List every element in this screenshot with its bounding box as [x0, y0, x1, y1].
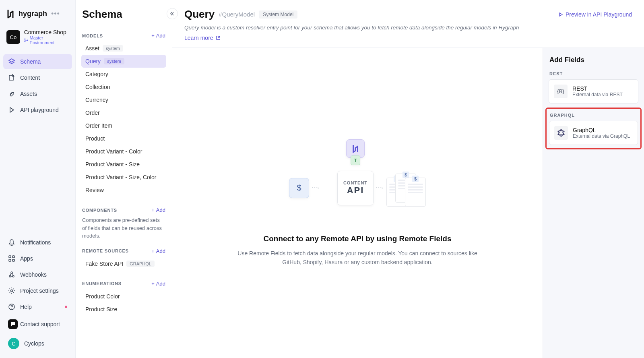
empty-title: Connect to any Remote API by using Remot… — [264, 234, 452, 243]
nav-assets[interactable]: Assets — [3, 86, 72, 101]
model-item[interactable]: Assetsystem — [81, 42, 166, 55]
remote-fields-diagram: T $ ⋯› CONTENT API ⋯› — [289, 139, 426, 220]
model-api-id: #QueryModel — [219, 11, 255, 18]
play-icon — [8, 106, 15, 114]
nav-apps[interactable]: Apps — [3, 251, 72, 266]
svg-point-12 — [560, 129, 561, 130]
branch-icon — [24, 38, 28, 42]
add-component-button[interactable]: +Add — [151, 207, 165, 213]
main-panel: Query #QueryModel System Model Preview i… — [172, 0, 644, 358]
model-item[interactable]: Querysystem — [81, 55, 166, 68]
nav-notifications[interactable]: Notifications — [3, 235, 72, 250]
remote-header: REMOTE SOURCES — [82, 248, 129, 253]
add-enum-button[interactable]: +Add — [151, 281, 165, 287]
svg-point-16 — [557, 134, 559, 135]
add-model-button[interactable]: +Add — [151, 33, 165, 39]
brand-row: hygraph ••• — [3, 5, 72, 26]
empty-state: T $ ⋯› CONTENT API ⋯› Connect to any Rem… — [172, 48, 543, 358]
nav-settings[interactable]: Project settings — [3, 283, 72, 298]
diagram-source-icon: $ — [289, 178, 309, 198]
arrow-icon: ⋯› — [376, 184, 383, 191]
model-title: Query — [184, 8, 215, 21]
diagram-t-icon: T — [351, 155, 360, 165]
project-badge: Co — [6, 30, 20, 44]
user-avatar: C — [8, 338, 19, 349]
left-rail: hygraph ••• Co Commerce Shop Master Envi… — [0, 0, 76, 358]
help-notification-dot — [65, 306, 67, 308]
gear-icon — [8, 287, 15, 294]
plus-icon: + — [151, 248, 155, 254]
svg-point-15 — [560, 135, 561, 137]
enum-item[interactable]: Product Color — [81, 290, 166, 303]
add-fields-panel: Add Fields REST {R} REST External data v… — [543, 48, 644, 358]
external-link-icon — [216, 35, 221, 40]
rest-category-header: REST — [549, 71, 638, 79]
graphql-category-header: GRAPHQL — [549, 111, 638, 121]
add-fields-title: Add Fields — [549, 56, 638, 64]
nav-webhooks[interactable]: Webhooks — [3, 267, 72, 282]
components-desc: Components are pre-defined sets of field… — [81, 216, 166, 240]
system-model-tag: System Model — [259, 10, 297, 19]
plus-icon: + — [151, 207, 155, 213]
chevron-left-icon — [170, 11, 175, 16]
model-item[interactable]: Product Variant - Color — [81, 145, 166, 158]
graphql-icon — [554, 126, 568, 140]
nav-help[interactable]: Help — [3, 299, 72, 315]
project-switcher[interactable]: Co Commerce Shop Master Environment — [3, 26, 72, 47]
model-item[interactable]: Product Variant - Size — [81, 158, 166, 171]
svg-point-13 — [563, 130, 564, 132]
remote-list: Fake Store API GRAPHQL — [81, 257, 166, 270]
project-name: Commerce Shop — [24, 29, 69, 35]
model-subtitle: Query model is a custom resolver entry p… — [184, 25, 632, 31]
help-icon — [8, 303, 15, 310]
rest-field-card[interactable]: {R} REST External data via REST — [549, 79, 638, 103]
enum-header: ENUMERATIONS — [82, 281, 122, 286]
model-item[interactable]: Review — [81, 184, 166, 197]
empty-desc: Use Remote Fields to fetch data alongsid… — [229, 249, 486, 267]
model-item[interactable]: Currency — [81, 93, 166, 106]
model-item[interactable]: Order — [81, 106, 166, 119]
models-header: MODELS — [82, 33, 103, 38]
remote-source-item[interactable]: Fake Store API GRAPHQL — [81, 257, 166, 270]
model-item[interactable]: Collection — [81, 81, 166, 93]
graphql-tag: GRAPHQL — [126, 261, 155, 267]
diagram-api-box: CONTENT API — [337, 171, 374, 205]
nav-user[interactable]: C Cyclops — [3, 334, 72, 353]
add-remote-button[interactable]: +Add — [151, 248, 165, 254]
model-item[interactable]: Product — [81, 132, 166, 145]
enum-list: Product ColorProduct Size — [81, 290, 166, 316]
project-env: Master Environment — [24, 35, 69, 45]
models-list: AssetsystemQuerysystemCategoryCollection… — [81, 42, 166, 197]
system-tag: system — [104, 58, 124, 64]
model-item[interactable]: Order Item — [81, 119, 166, 132]
brand-menu-icon[interactable]: ••• — [51, 10, 60, 18]
preview-playground-link[interactable]: Preview in API Playground — [558, 11, 632, 18]
edit-icon — [8, 74, 15, 81]
diagram-logo-icon — [346, 139, 365, 158]
webhook-icon — [8, 271, 15, 278]
main-nav: Schema Content Assets API playground — [3, 54, 72, 118]
nav-contact-support[interactable]: Contact support — [3, 315, 72, 333]
graphql-field-card[interactable]: GraphQL External data via GraphQL — [549, 121, 638, 145]
graphql-highlight: GRAPHQL GraphQL External data via GraphQ… — [545, 108, 642, 149]
model-item[interactable]: Category — [81, 68, 166, 81]
schema-panel: Schema MODELS +Add AssetsystemQuerysyste… — [76, 0, 172, 358]
nav-schema[interactable]: Schema — [3, 54, 72, 69]
learn-more-link[interactable]: Learn more — [184, 35, 221, 41]
plus-icon: + — [151, 281, 155, 287]
collapse-panel-button[interactable] — [167, 8, 178, 19]
svg-point-7 — [9, 275, 11, 277]
nav-content[interactable]: Content — [3, 70, 72, 85]
svg-rect-5 — [9, 259, 11, 261]
system-tag: system — [103, 45, 123, 52]
svg-point-14 — [563, 134, 564, 135]
hygraph-logo-icon — [6, 9, 14, 19]
model-item[interactable]: Product Variant - Size, Color — [81, 171, 166, 184]
svg-rect-4 — [12, 256, 14, 258]
enum-item[interactable]: Product Size — [81, 303, 166, 316]
play-outline-icon — [558, 12, 563, 17]
nav-api-playground[interactable]: API playground — [3, 102, 72, 118]
bell-icon — [8, 239, 15, 246]
attachment-icon — [8, 90, 15, 97]
svg-rect-6 — [12, 259, 14, 261]
